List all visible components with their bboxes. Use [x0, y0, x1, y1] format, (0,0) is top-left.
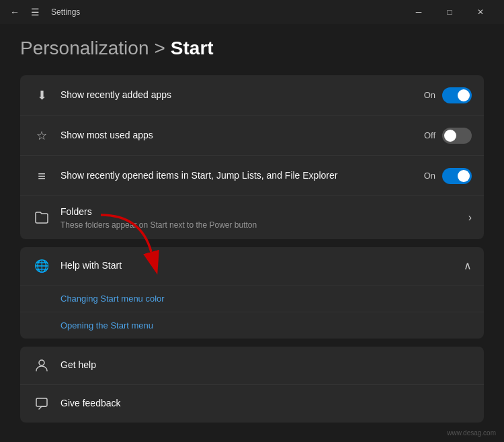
help-header[interactable]: 🌐 Help with Start ∧	[20, 247, 484, 285]
setting-label-most-used: Show most used apps	[60, 129, 416, 142]
toggle-most-used[interactable]	[442, 128, 472, 144]
toggle-label-recently-added: On	[424, 90, 435, 100]
toggle-knob-recently-opened	[458, 170, 470, 182]
help-person-icon	[32, 356, 51, 375]
toggle-knob-recently-added	[458, 89, 470, 101]
toggle-knob-most-used	[444, 130, 456, 142]
minimize-button[interactable]: ─	[403, 0, 434, 24]
toggle-label-most-used: Off	[424, 130, 435, 140]
get-help-label: Get help	[60, 359, 96, 372]
toggle-recently-added[interactable]	[442, 87, 472, 103]
menu-button[interactable]: ☰	[28, 5, 42, 19]
svg-rect-1	[36, 398, 47, 406]
watermark: www.desag.com	[447, 429, 496, 437]
breadcrumb-parent[interactable]: Personalization	[20, 38, 149, 59]
help-link-color[interactable]: Changing Start menu color	[20, 285, 484, 312]
toggle-recently-opened[interactable]	[442, 168, 472, 184]
list-icon: ≡	[32, 167, 51, 185]
breadcrumb-current: Start	[171, 38, 214, 59]
help-group: 🌐 Help with Start ∧ Changing Start menu …	[20, 247, 484, 339]
help-content: Changing Start menu color Opening the St…	[20, 285, 484, 339]
chevron-right-icon: ›	[468, 212, 472, 224]
setting-content-recently-added: Show recently added apps	[60, 89, 416, 102]
help-title: Help with Start	[60, 259, 122, 273]
app-title: Settings	[51, 7, 80, 17]
main-content: Personalization > Start ⬇ Show recently …	[0, 24, 504, 436]
folder-icon	[32, 208, 51, 227]
globe-icon: 🌐	[32, 257, 51, 275]
setting-sublabel-folders: These folders appear on Start next to th…	[60, 220, 460, 230]
bottom-group: Get help Give feedback	[20, 347, 484, 423]
settings-group: ⬇ Show recently added apps On ☆ Show mos…	[20, 75, 484, 239]
toggle-control-recently-opened: On	[424, 168, 472, 184]
setting-folders[interactable]: Folders These folders appear on Start ne…	[20, 196, 484, 239]
setting-label-recently-added: Show recently added apps	[60, 89, 416, 102]
setting-most-used[interactable]: ☆ Show most used apps Off	[20, 116, 484, 156]
window-controls: ─ □ ✕	[403, 0, 496, 24]
titlebar-left: ← ☰ Settings	[8, 5, 403, 19]
bottom-item-give-feedback[interactable]: Give feedback	[20, 385, 484, 423]
close-button[interactable]: ✕	[465, 0, 496, 24]
download-icon: ⬇	[32, 86, 51, 105]
back-button[interactable]: ←	[8, 5, 22, 19]
titlebar: ← ☰ Settings ─ □ ✕	[0, 0, 504, 24]
setting-recently-added[interactable]: ⬇ Show recently added apps On	[20, 75, 484, 116]
maximize-button[interactable]: □	[434, 0, 465, 24]
feedback-icon	[32, 394, 51, 413]
setting-label-recently-opened: Show recently opened items in Start, Jum…	[60, 169, 416, 183]
toggle-control-most-used: Off	[424, 128, 472, 144]
breadcrumb-separator: >	[154, 38, 165, 59]
help-link-open[interactable]: Opening the Start menu	[20, 312, 484, 339]
setting-label-folders: Folders	[60, 206, 460, 219]
star-icon: ☆	[32, 126, 51, 145]
breadcrumb: Personalization > Start	[20, 38, 484, 59]
bottom-item-get-help[interactable]: Get help	[20, 347, 484, 385]
setting-content-folders: Folders These folders appear on Start ne…	[60, 206, 460, 230]
chevron-up-icon: ∧	[464, 259, 472, 272]
give-feedback-label: Give feedback	[60, 397, 121, 410]
setting-content-recently-opened: Show recently opened items in Start, Jum…	[60, 169, 416, 183]
toggle-control-recently-added: On	[424, 87, 472, 103]
svg-point-0	[39, 360, 44, 365]
setting-content-most-used: Show most used apps	[60, 129, 416, 142]
setting-recently-opened[interactable]: ≡ Show recently opened items in Start, J…	[20, 156, 484, 196]
toggle-label-recently-opened: On	[424, 171, 435, 181]
